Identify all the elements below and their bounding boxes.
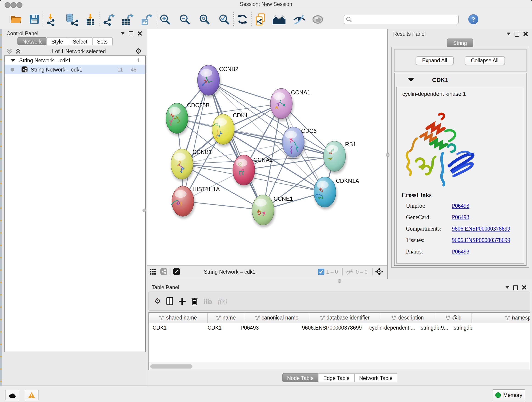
edge-CCNB2-HIST1H1A[interactable] <box>183 80 209 201</box>
scrollbar-thumb[interactable] <box>150 364 192 369</box>
selected-checkbox-icon[interactable] <box>318 268 324 275</box>
cloud-status-button[interactable] <box>5 390 19 400</box>
panel-close-icon[interactable] <box>522 285 526 290</box>
crosslink-link[interactable]: 9606.ENSP00000378699 <box>452 225 510 232</box>
gear-icon[interactable]: ⚙ <box>135 48 142 55</box>
node-CCNB1[interactable] <box>171 149 194 182</box>
crosslink-link[interactable]: P06493 <box>452 249 469 255</box>
panel-collapse-icon[interactable] <box>505 286 509 289</box>
fit-content-crosshair-icon[interactable] <box>375 268 383 275</box>
tree-expander-icon[interactable] <box>11 59 15 62</box>
table-row[interactable]: CDK1CDK1P064939606.ENSP00000378699cyclin… <box>149 323 530 333</box>
cell-canonical-name[interactable]: P06493 <box>237 323 298 333</box>
column-header--id[interactable]: @id <box>435 313 472 323</box>
table-settings-gear-icon[interactable]: ⚙ <box>154 294 161 308</box>
node-CCNE1[interactable] <box>252 195 275 227</box>
tab-sets[interactable]: Sets <box>92 37 113 45</box>
cell-namespace[interactable]: stringdb <box>450 323 530 333</box>
export-network-icon[interactable] <box>103 12 115 26</box>
node-CCNA2[interactable] <box>233 155 256 187</box>
tab-edge-table[interactable]: Edge Table <box>318 373 355 382</box>
toolbar-separator <box>170 268 171 275</box>
panel-collapse-icon[interactable] <box>507 32 510 35</box>
panel-collapse-icon[interactable] <box>121 32 125 35</box>
node-RB1[interactable] <box>323 141 347 174</box>
splitter-handle[interactable] <box>143 209 146 212</box>
crosslink-link[interactable]: P06493 <box>452 203 469 210</box>
cell--id[interactable]: stringdb:9... <box>417 323 450 333</box>
column-label: @id <box>452 315 462 320</box>
tab-select[interactable]: Select <box>68 37 93 45</box>
save-icon[interactable] <box>29 12 39 26</box>
cell-name[interactable]: CDK1 <box>204 323 237 333</box>
entry-expander-icon[interactable] <box>408 78 414 81</box>
first-neighbors-icon[interactable] <box>272 12 286 26</box>
panel-close-icon[interactable] <box>138 31 142 36</box>
network-row-selected[interactable]: String Network – cdk1 11 48 <box>5 65 145 74</box>
tab-node-table[interactable]: Node Table <box>282 373 319 382</box>
crosslink-link[interactable]: P06493 <box>452 214 469 221</box>
search-input[interactable] <box>344 14 459 24</box>
memory-button[interactable]: Memory <box>493 389 525 401</box>
hidden-eye-icon[interactable] <box>346 268 354 275</box>
collapse-all-button[interactable]: Collapse All <box>464 56 505 65</box>
horizontal-scrollbar[interactable] <box>149 363 530 370</box>
node-CDKN1A[interactable] <box>314 177 337 210</box>
import-network-icon[interactable] <box>46 12 58 26</box>
export-table-icon[interactable] <box>121 12 134 26</box>
show-all-icon[interactable] <box>312 12 323 26</box>
delete-column-trash-icon[interactable] <box>191 294 198 308</box>
zoom-selected-icon[interactable] <box>219 12 230 26</box>
cell-database-identifier[interactable]: 9606.ENSP00000378699 <box>298 323 366 333</box>
add-column-icon[interactable] <box>179 294 186 308</box>
node-CCNB2[interactable] <box>197 65 221 98</box>
open-folder-icon[interactable] <box>10 12 22 26</box>
grid-view-icon[interactable] <box>150 269 156 274</box>
edge-CDK1-RB1[interactable] <box>223 129 335 156</box>
network-canvas[interactable]: CCNB2CCNA1CDC25BCDK1CDC6RB1CCNB1CCNA2CDK… <box>147 29 387 265</box>
splitter-handle[interactable] <box>338 279 341 283</box>
node-CDK1[interactable] <box>212 114 235 147</box>
expand-all-button[interactable]: Expand All <box>416 56 454 65</box>
tab-style[interactable]: Style <box>46 37 68 45</box>
zoom-in-icon[interactable] <box>159 12 171 26</box>
expand-all-icon[interactable] <box>15 48 21 55</box>
hide-selected-icon[interactable] <box>293 12 306 26</box>
node-CCNA1[interactable] <box>270 89 293 121</box>
help-icon[interactable]: ? <box>468 14 478 24</box>
export-image-icon[interactable] <box>140 12 152 26</box>
column-header-name[interactable]: name <box>208 313 244 323</box>
node-HIST1H1A[interactable] <box>171 186 195 219</box>
column-header-database-identifier[interactable]: database identifier <box>309 313 380 323</box>
zoom-fit-icon[interactable] <box>199 12 210 26</box>
column-header-canonical-name[interactable]: canonical name <box>244 313 309 323</box>
copy-network-icon[interactable] <box>255 12 266 26</box>
toolbar-separator <box>251 12 252 26</box>
crosslink-link[interactable]: 9606.ENSP00000378699 <box>452 237 510 244</box>
network-collection-row[interactable]: String Network – cdk1 1 <box>5 56 145 65</box>
tab-network-table[interactable]: Network Table <box>354 373 398 382</box>
column-header-namespace[interactable]: namespace <box>472 313 530 323</box>
crosslinks-section: CrossLinks Uniprot:P06493GeneCard:P06493… <box>400 191 522 260</box>
refresh-icon[interactable] <box>237 12 248 26</box>
tab-network[interactable]: Network <box>17 37 47 45</box>
import-table-icon[interactable] <box>85 12 96 26</box>
column-header-description[interactable]: description <box>380 313 435 323</box>
cell-shared-name[interactable]: CDK1 <box>149 323 204 333</box>
result-entry-header[interactable]: CDK1 <box>394 73 526 86</box>
collapse-all-icon[interactable] <box>6 48 12 55</box>
show-columns-icon[interactable] <box>167 294 173 308</box>
panel-float-icon[interactable] <box>129 31 133 36</box>
splitter-handle[interactable] <box>386 153 389 157</box>
panel-float-icon[interactable] <box>515 32 519 36</box>
cell-description[interactable]: cyclin-dependent ... <box>366 323 417 333</box>
column-header-shared-name[interactable]: shared name <box>149 313 208 323</box>
tab-string[interactable]: String <box>447 38 473 47</box>
panel-float-icon[interactable] <box>513 285 518 290</box>
warning-status-button[interactable] <box>25 390 38 400</box>
import-network-database-icon[interactable] <box>65 12 78 26</box>
panel-close-icon[interactable] <box>523 32 528 36</box>
birds-eye-view-icon[interactable] <box>173 268 180 275</box>
network-badge-icon[interactable] <box>160 268 167 275</box>
zoom-out-icon[interactable] <box>179 12 191 26</box>
